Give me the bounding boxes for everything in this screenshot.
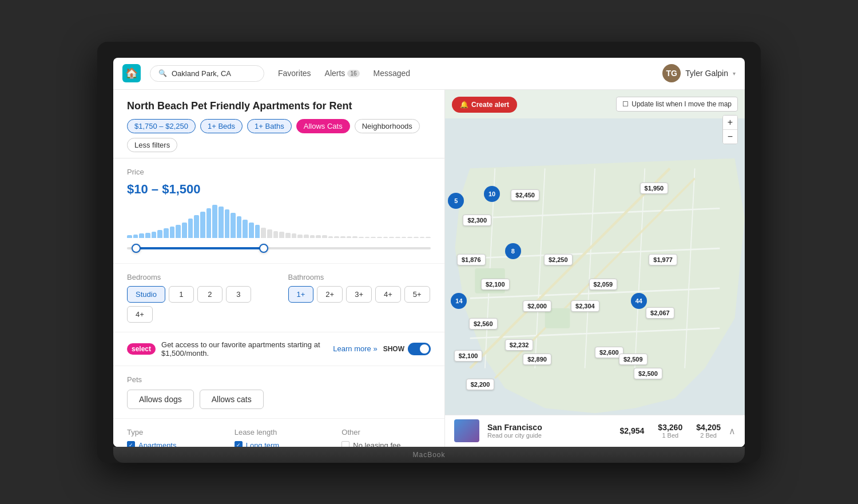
chip-beds[interactable]: 1+ Beds [200,119,243,133]
sf-guide-bar: San Francisco Read our city guide $2,954… [445,415,745,447]
price-pin-2232[interactable]: $2,232 [505,339,534,351]
chip-baths[interactable]: 1+ Baths [247,119,292,133]
circle-pin-8[interactable]: 8 [505,243,521,259]
price-pin-2560[interactable]: $2,560 [469,318,498,330]
price-slider[interactable] [127,243,431,254]
price-pin-2200[interactable]: $2,200 [466,379,495,390]
price-pin-1977[interactable]: $1,977 [649,254,677,265]
histogram-bar-20 [249,223,254,238]
histogram-bar-1 [133,235,138,238]
chip-neighborhoods[interactable]: Neighborhoods [355,119,420,133]
longterm-checkbox[interactable]: ✓ [235,441,243,447]
price-pin-1876[interactable]: $1,876 [457,254,486,265]
bathroom-3plus[interactable]: 3+ [346,286,372,303]
search-bar[interactable]: 🔍 Oakland Park, CA [150,65,264,82]
sf-price-2bed: $4,205 2 Bed [696,423,721,439]
histogram-bar-13 [206,208,212,238]
slider-thumb-right[interactable] [259,244,268,253]
price-pin-1950[interactable]: $1,950 [640,182,669,194]
bathroom-4plus[interactable]: 4+ [375,286,401,303]
user-chevron-icon[interactable]: ▾ [733,70,736,77]
price-histogram [127,204,431,238]
histogram-bar-43 [389,237,394,238]
create-alert-button[interactable]: 🔔 Create alert [452,97,517,113]
price-pin-2450[interactable]: $2,450 [511,189,539,201]
zoom-in-button[interactable]: + [723,116,737,130]
sf-prices: $2,954 $3,260 1 Bed $4,205 2 Bed [620,423,721,439]
histogram-bar-47 [414,237,419,238]
longterm-label: Long term [246,441,280,447]
toggle-switch[interactable] [408,343,431,355]
histogram-bar-44 [395,237,400,238]
type-apartments-row: ✓ Apartments [127,441,216,447]
map-controls-right: ☐ Update list when I move the map + − [616,97,738,144]
price-pin-2500[interactable]: $2,500 [634,368,662,379]
histogram-bar-37 [352,236,357,238]
bathroom-1plus[interactable]: 1+ [288,286,314,303]
sf-city-name: San Francisco [487,423,612,432]
bedroom-4plus[interactable]: 4+ [127,306,153,323]
price-pin-2059[interactable]: $2,059 [589,279,618,290]
price-section: Price $10 – $1,500 [113,158,444,264]
nav-alerts[interactable]: Alerts 16 [325,69,360,78]
apartments-checkbox[interactable]: ✓ [127,441,135,447]
main-content: North Beach Pet Friendly Apartments for … [113,90,745,447]
bathroom-5plus[interactable]: 5+ [404,286,430,303]
histogram-bar-36 [347,236,352,238]
nav-favorites[interactable]: Favorites [278,69,311,78]
price-pin-2509[interactable]: $2,509 [619,354,648,365]
chip-less-filters[interactable]: Less filters [127,138,177,152]
bathroom-2plus[interactable]: 2+ [317,286,343,303]
allows-cats-button[interactable]: Allows cats [200,390,264,409]
bed-bath-section: Bedrooms Studio 1 2 3 4+ Bathr [113,264,444,332]
price-pin-2304[interactable]: $2,304 [571,300,599,312]
price-pin-2250[interactable]: $2,250 [544,254,573,265]
price-pin-2890[interactable]: $2,890 [523,354,551,365]
promo-learn-more[interactable]: Learn more » [333,344,377,353]
type-section: Type ✓ Apartments Lease length ✓ Long te… [113,419,444,447]
user-name: Tyler Galpin [685,69,728,78]
bathrooms-label: Bathrooms [288,273,431,281]
price-pin-2300[interactable]: $2,300 [463,215,491,226]
bedroom-2[interactable]: 2 [197,286,223,303]
filter-title: North Beach Pet Friendly Apartments for … [127,100,431,112]
price-pin-2100a[interactable]: $2,100 [481,279,510,290]
chip-price[interactable]: $1,750 – $2,250 [127,119,196,133]
histogram-bar-6 [164,228,169,238]
search-input-value: Oakland Park, CA [172,69,231,78]
sf-thumbnail [454,419,479,442]
circle-pin-44[interactable]: 44 [631,293,647,309]
lease-label: Lease length [235,428,324,436]
histogram-bar-33 [328,236,333,238]
zoom-out-button[interactable]: − [723,130,737,144]
histogram-bar-23 [267,229,272,238]
update-list-button[interactable]: ☐ Update list when I move the map [616,97,738,112]
other-group: Other No leasing fee [341,428,431,447]
histogram-bar-11 [194,215,199,238]
bedroom-1[interactable]: 1 [169,286,194,303]
filter-header: North Beach Pet Friendly Apartments for … [113,90,444,158]
slider-thumb-left[interactable] [132,244,141,253]
allows-dogs-button[interactable]: Allows dogs [127,390,194,409]
bedroom-3[interactable]: 3 [226,286,251,303]
histogram-bar-46 [407,237,412,238]
chip-allows-cats[interactable]: Allows Cats [296,119,350,133]
histogram-bar-31 [316,235,321,238]
bathrooms-group: Bathrooms 1+ 2+ 3+ 4+ 5+ [288,273,431,323]
nav-messaged[interactable]: Messaged [374,69,411,78]
price-pin-2000[interactable]: $2,000 [523,300,551,312]
circle-pin-10[interactable]: 10 [484,186,500,202]
histogram-bar-29 [304,235,309,238]
sf-chevron-icon[interactable]: ∧ [729,426,736,436]
histogram-bar-8 [176,225,181,238]
no-leasing-checkbox[interactable] [341,441,349,447]
bedroom-studio[interactable]: Studio [127,286,165,303]
price-pin-2067[interactable]: $2,067 [646,307,674,319]
price-pin-2100b[interactable]: $2,100 [454,350,483,362]
histogram-bar-3 [145,233,150,238]
toggle-container[interactable]: SHOW [383,343,431,355]
histogram-bar-30 [310,235,315,238]
sf-price-value-3: $4,205 [696,423,721,432]
histogram-bar-27 [292,233,297,238]
logo[interactable]: 🏠 [122,64,141,82]
